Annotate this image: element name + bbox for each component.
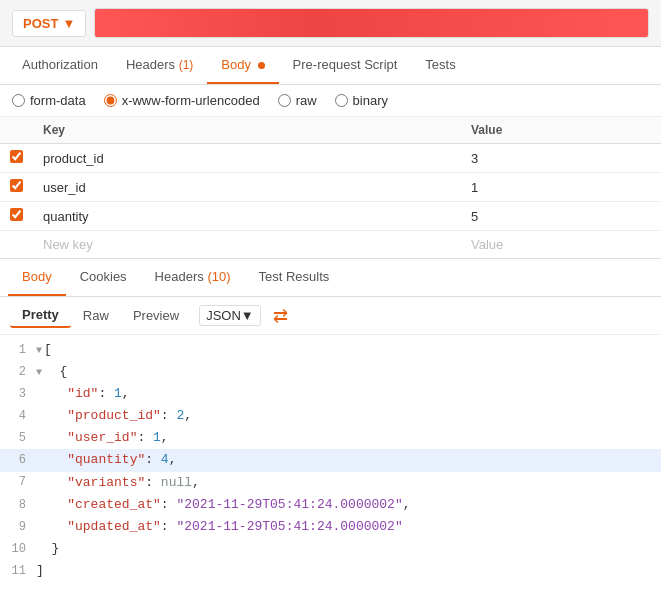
kv-table: Key Value xyxy=(0,117,661,259)
table-row xyxy=(0,173,661,202)
res-tab-cookies[interactable]: Cookies xyxy=(66,259,141,296)
collapse-icon-2[interactable]: ▼ xyxy=(36,364,42,381)
json-format-selector[interactable]: JSON ▼ xyxy=(199,305,261,326)
tab-prerequest[interactable]: Pre-request Script xyxy=(279,47,412,84)
json-line-6: 6 "quantity": 4, xyxy=(0,449,661,471)
body-type-binary[interactable]: binary xyxy=(335,93,388,108)
kv-key-2[interactable] xyxy=(43,209,451,224)
json-line-10: 10 } xyxy=(0,538,661,560)
tab-body[interactable]: Body xyxy=(207,47,278,84)
request-tabs: Authorization Headers (1) Body Pre-reque… xyxy=(0,47,661,85)
table-row-new xyxy=(0,231,661,259)
json-line-1: 1 ▼ [ xyxy=(0,339,661,361)
body-type-urlencoded[interactable]: x-www-form-urlencoded xyxy=(104,93,260,108)
row-check-2[interactable] xyxy=(10,208,23,221)
kv-val-1[interactable] xyxy=(471,180,651,195)
method-label: POST xyxy=(23,16,58,31)
method-selector[interactable]: POST ▼ xyxy=(12,10,86,37)
kv-val-2[interactable] xyxy=(471,209,651,224)
tab-tests[interactable]: Tests xyxy=(411,47,469,84)
table-row xyxy=(0,144,661,173)
chevron-down-icon: ▼ xyxy=(241,308,254,323)
res-tab-body[interactable]: Body xyxy=(8,259,66,296)
table-row xyxy=(0,202,661,231)
json-line-9: 9 "updated_at": "2021-11-29T05:41:24.000… xyxy=(0,516,661,538)
response-tabs: Body Cookies Headers (10) Test Results xyxy=(0,259,661,297)
json-line-7: 7 "variants": null, xyxy=(0,472,661,494)
tab-headers[interactable]: Headers (1) xyxy=(112,47,207,84)
kv-key-0[interactable] xyxy=(43,151,451,166)
format-raw[interactable]: Raw xyxy=(71,304,121,327)
json-line-2: 2 ▼ { xyxy=(0,361,661,383)
json-line-11: 11 ] xyxy=(0,560,661,582)
kv-value-header: Value xyxy=(461,117,661,144)
kv-val-0[interactable] xyxy=(471,151,651,166)
json-line-5: 5 "user_id": 1, xyxy=(0,427,661,449)
body-type-row: form-data x-www-form-urlencoded raw bina… xyxy=(0,85,661,117)
kv-check-header xyxy=(0,117,33,144)
kv-key-1[interactable] xyxy=(43,180,451,195)
wrap-icon[interactable]: ⇄ xyxy=(273,305,288,327)
format-pretty[interactable]: Pretty xyxy=(10,303,71,328)
tab-authorization[interactable]: Authorization xyxy=(8,47,112,84)
format-preview[interactable]: Preview xyxy=(121,304,191,327)
top-bar: POST ▼ xyxy=(0,0,661,47)
res-tab-testresults[interactable]: Test Results xyxy=(245,259,344,296)
json-line-3: 3 "id": 1, xyxy=(0,383,661,405)
row-check-0[interactable] xyxy=(10,150,23,163)
body-dot-indicator xyxy=(258,62,265,69)
json-line-4: 4 "product_id": 2, xyxy=(0,405,661,427)
body-type-raw[interactable]: raw xyxy=(278,93,317,108)
format-bar: Pretty Raw Preview JSON ▼ ⇄ xyxy=(0,297,661,335)
collapse-icon-1[interactable]: ▼ xyxy=(36,342,42,359)
json-viewer: 1 ▼ [ 2 ▼ { 3 "id": 1, 4 "product_id": 2… xyxy=(0,335,661,586)
kv-val-new[interactable] xyxy=(471,237,651,252)
json-line-8: 8 "created_at": "2021-11-29T05:41:24.000… xyxy=(0,494,661,516)
body-type-formdata[interactable]: form-data xyxy=(12,93,86,108)
row-check-1[interactable] xyxy=(10,179,23,192)
res-tab-headers[interactable]: Headers (10) xyxy=(141,259,245,296)
kv-key-header: Key xyxy=(33,117,461,144)
chevron-down-icon: ▼ xyxy=(62,16,75,31)
kv-key-new[interactable] xyxy=(43,237,451,252)
url-input[interactable] xyxy=(94,8,649,38)
